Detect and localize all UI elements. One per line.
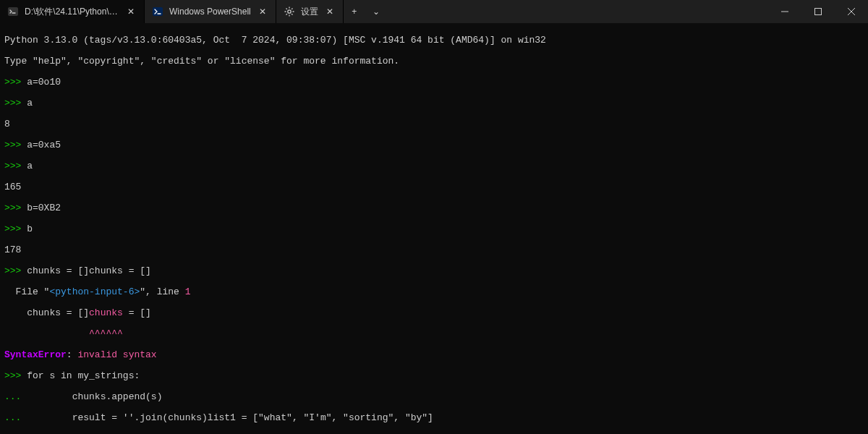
titlebar-drag-region[interactable] xyxy=(387,0,768,23)
python-banner: Type "help", "copyright", "credits" or "… xyxy=(4,56,864,67)
repl-prompt: >>> xyxy=(4,140,27,150)
traceback-file: File "<python-input-6>", line 1 xyxy=(4,287,864,298)
settings-icon xyxy=(284,6,295,17)
repl-output: 165 xyxy=(4,182,864,193)
tab-label: D:\软件\24.11\Python\python. xyxy=(25,7,119,17)
terminal-output[interactable]: Python 3.13.0 (tags/v3.13.0:60403a5, Oct… xyxy=(0,23,868,434)
repl-line: >>> b=0XB2 xyxy=(4,203,864,214)
repl-line: >>> a=0o10 xyxy=(4,77,864,88)
repl-prompt: >>> xyxy=(4,77,27,88)
repl-continuation-prompt: ... xyxy=(4,412,27,423)
repl-line: >>> chunks = []chunks = [] xyxy=(4,266,864,277)
repl-output: 178 xyxy=(4,245,864,256)
tab-powershell[interactable]: Windows PowerShell ✕ xyxy=(145,0,276,23)
repl-prompt: >>> xyxy=(4,98,27,109)
repl-prompt: >>> xyxy=(4,161,27,171)
repl-prompt: >>> xyxy=(4,203,27,213)
repl-output: 8 xyxy=(4,119,864,130)
repl-continuation: ... chunks.append(s) xyxy=(4,392,864,403)
repl-line: >>> for s in my_strings: xyxy=(4,371,864,382)
repl-line: >>> a xyxy=(4,98,864,109)
repl-continuation: ... result = ''.join(chunks)list1 = ["wh… xyxy=(4,413,864,424)
repl-continuation-prompt: ... xyxy=(4,391,27,402)
title-bar: D:\软件\24.11\Python\python. ✕ Windows Pow… xyxy=(0,0,868,23)
tab-close-button[interactable]: ✕ xyxy=(257,6,268,17)
minimize-button[interactable] xyxy=(768,0,801,23)
repl-line: >>> b xyxy=(4,224,864,235)
powershell-icon xyxy=(152,6,163,17)
error-line: SyntaxError: invalid syntax xyxy=(4,350,864,361)
tab-close-button[interactable]: ✕ xyxy=(125,6,137,17)
repl-prompt: >>> xyxy=(4,265,27,276)
repl-line: >>> a xyxy=(4,161,864,172)
window-close-button[interactable] xyxy=(835,0,868,23)
new-tab-button[interactable]: + xyxy=(344,0,365,23)
traceback-carets: ^^^^^^ xyxy=(4,329,864,340)
terminal-icon xyxy=(7,6,19,17)
repl-prompt: >>> xyxy=(4,370,27,381)
svg-rect-3 xyxy=(815,9,822,15)
repl-line: >>> a=0xa5 xyxy=(4,140,864,151)
svg-rect-1 xyxy=(153,7,163,16)
tab-dropdown-button[interactable]: ⌄ xyxy=(365,0,387,23)
maximize-button[interactable] xyxy=(801,0,835,23)
tab-close-button[interactable]: ✕ xyxy=(324,6,336,17)
tab-label: Windows PowerShell xyxy=(169,7,251,17)
tab-settings[interactable]: 设置 ✕ xyxy=(276,0,344,23)
python-banner: Python 3.13.0 (tags/v3.13.0:60403a5, Oct… xyxy=(4,35,864,46)
tab-label: 设置 xyxy=(301,7,318,17)
traceback-source: chunks = []chunks = [] xyxy=(4,308,864,319)
tab-python[interactable]: D:\软件\24.11\Python\python. ✕ xyxy=(0,0,145,23)
svg-rect-0 xyxy=(8,7,18,16)
svg-point-2 xyxy=(288,10,291,13)
repl-prompt: >>> xyxy=(4,224,27,234)
